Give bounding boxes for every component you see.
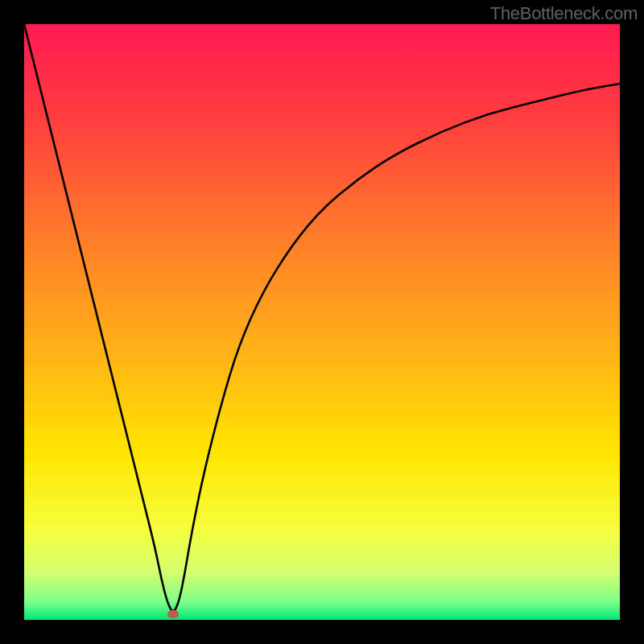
watermark-text: TheBottleneck.com — [490, 3, 638, 24]
chart-frame: TheBottleneck.com — [0, 0, 644, 644]
minimum-marker — [167, 610, 179, 618]
plot-area — [24, 24, 620, 620]
bottleneck-curve — [24, 24, 620, 620]
